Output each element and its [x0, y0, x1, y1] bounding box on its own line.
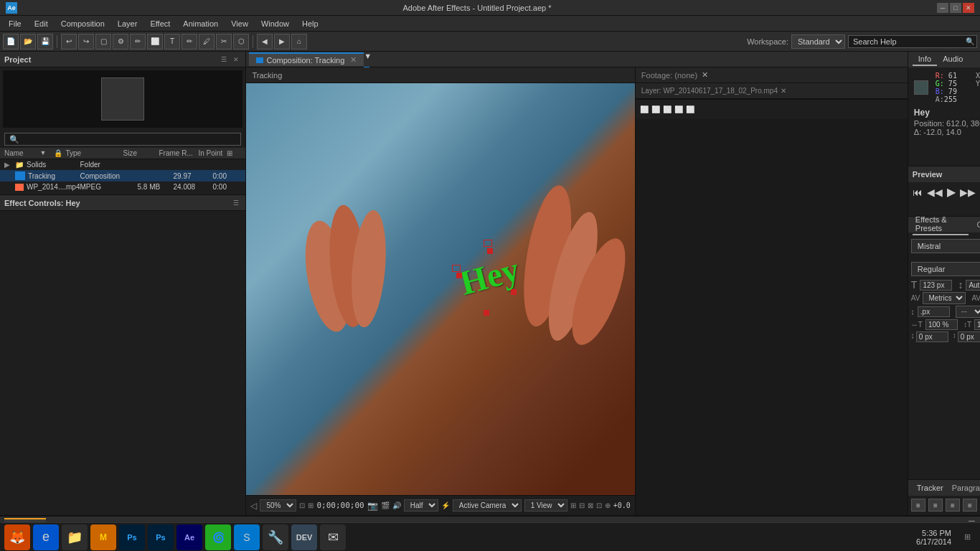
preview-next-frame[interactable]: ▶▶ — [960, 187, 976, 198]
taskbar-aftereffects[interactable]: Ae — [176, 524, 202, 550]
preview-prev-frame[interactable]: ◀◀ — [927, 187, 943, 198]
taskbar-ie[interactable]: e — [33, 524, 59, 550]
menu-effect[interactable]: Effect — [144, 16, 176, 31]
tool-b8[interactable]: ✂ — [216, 34, 232, 50]
tool-b3[interactable]: ✏ — [130, 34, 146, 50]
align-right-btn[interactable]: ≡ — [946, 499, 960, 512]
menu-composition[interactable]: Composition — [55, 16, 110, 31]
scale-v-icon: ↕T — [963, 321, 971, 329]
baseline-input[interactable] — [918, 306, 950, 317]
maximize-button[interactable]: □ — [950, 3, 961, 13]
tool-home[interactable]: ⌂ — [291, 34, 307, 50]
taskbar-files[interactable]: 📁 — [62, 524, 88, 550]
track-point-3 — [484, 310, 489, 316]
tracker-tab[interactable]: Tracker — [913, 482, 948, 494]
justify-left-btn[interactable]: ≡ — [963, 499, 977, 512]
system-tray[interactable]: ⊞ — [957, 524, 977, 550]
footage-tab-close[interactable]: ✕ — [702, 70, 708, 80]
align-left-btn[interactable]: ≡ — [911, 499, 925, 512]
tool-b5[interactable]: T — [164, 34, 180, 50]
preview-play[interactable]: ▶ — [947, 185, 956, 199]
taskbar-skype[interactable]: S — [234, 524, 260, 550]
kerning-select[interactable]: Metrics — [923, 292, 966, 304]
audio-icon[interactable]: 🔊 — [392, 501, 401, 509]
safe-zones-icon[interactable]: ⊟ — [579, 501, 585, 509]
quality-select[interactable]: Half — [404, 499, 438, 512]
scale-v-input[interactable] — [974, 319, 980, 330]
info-tab-audio[interactable]: Audio — [937, 53, 969, 66]
workspace-select[interactable]: Standard — [791, 34, 845, 49]
tool-nav-back[interactable]: ◀ — [257, 34, 273, 50]
tool-b9[interactable]: ⬡ — [233, 34, 249, 50]
character-tab[interactable]: Character — [974, 219, 980, 230]
fit-icon[interactable]: ⊡ — [299, 501, 305, 509]
tool-new[interactable]: 📄 — [3, 34, 19, 50]
comp-tab-arrow: ▼ — [364, 52, 369, 67]
effects-presets-panel: Effects & Presets Character ☰ Mistral ✏ — [908, 217, 980, 479]
project-row-solids[interactable]: ▶ 📁 Solids Folder — [0, 159, 245, 170]
project-panel-title: Project — [4, 55, 31, 64]
menu-file[interactable]: File — [3, 16, 27, 31]
taskbar-matlab[interactable]: M — [90, 524, 116, 550]
footage-tab[interactable]: Footage: (none) — [641, 71, 697, 80]
view-select[interactable]: 1 View — [524, 499, 567, 512]
project-row-tracking[interactable]: Tracking Composition 29.97 0:00 — [0, 170, 245, 182]
channel-icon[interactable]: ⊡ — [596, 501, 602, 509]
pixel-aspect-icon[interactable]: ⊞ — [308, 501, 314, 509]
ec-menu[interactable]: ☰ — [231, 199, 241, 207]
font-select[interactable]: Mistral — [911, 239, 980, 253]
leading-input[interactable] — [966, 280, 980, 291]
menu-layer[interactable]: Layer — [112, 16, 143, 31]
fast-preview-icon[interactable]: ⚡ — [441, 501, 450, 509]
preview-icon[interactable]: 🎬 — [381, 501, 390, 509]
tool-save[interactable]: 💾 — [37, 34, 53, 50]
frame-icon[interactable]: 📷 — [367, 501, 378, 511]
menu-edit[interactable]: Edit — [29, 16, 54, 31]
tool-redo[interactable]: ↪ — [78, 34, 94, 50]
zoom-select[interactable]: 50% — [260, 499, 296, 512]
grid-icon[interactable]: ⊠ — [588, 501, 593, 509]
menu-help[interactable]: Help — [296, 16, 324, 31]
minimize-button[interactable]: ─ — [937, 3, 948, 13]
project-row-video[interactable]: WP_2014....mp4 MPEG 5.8 MB 24.008 0:00 — [0, 182, 245, 192]
align-center-btn[interactable]: ≡ — [928, 499, 943, 512]
layer-tab-close[interactable]: ✕ — [781, 87, 786, 95]
menu-animation[interactable]: Animation — [177, 16, 224, 31]
taskbar-mail[interactable]: ✉ — [320, 524, 346, 550]
project-panel-menu[interactable]: ☰ — [219, 55, 229, 64]
tool-nav-fwd[interactable]: ▶ — [274, 34, 290, 50]
taskbar-firefox[interactable]: 🦊 — [4, 524, 30, 550]
align-input[interactable] — [916, 331, 948, 342]
camera-select[interactable]: Active Camera — [453, 499, 522, 512]
taskbar-utorrent[interactable]: 🌀 — [205, 524, 231, 550]
font-style-select[interactable]: Regular — [911, 262, 980, 276]
tool-b4[interactable]: ⬜ — [147, 34, 163, 50]
taskbar-photoshop2[interactable]: Ps — [148, 524, 174, 550]
preview-first-frame[interactable]: ⏮ — [913, 187, 923, 198]
project-search-input[interactable] — [4, 133, 241, 146]
scale-h-input[interactable] — [925, 319, 958, 330]
taskbar-dev[interactable]: DEV — [291, 524, 317, 550]
comp-tab-close[interactable]: ✕ — [350, 55, 357, 65]
search-input[interactable] — [848, 35, 977, 48]
tool-open[interactable]: 📂 — [20, 34, 36, 50]
tool-undo[interactable]: ↩ — [61, 34, 77, 50]
project-panel-close[interactable]: ✕ — [231, 55, 241, 64]
menu-view[interactable]: View — [225, 16, 254, 31]
comp-tab-tracking[interactable]: Composition: Tracking ✕ — [249, 52, 364, 66]
tool-b1[interactable]: ▢ — [95, 34, 111, 50]
dots-select[interactable]: ··· — [956, 306, 980, 318]
tool-b6[interactable]: ✏ — [182, 34, 197, 50]
paragraph-tab[interactable]: Paragraph — [948, 482, 980, 494]
view-layout-icon[interactable]: ⊞ — [570, 501, 576, 509]
taskbar-photoshop[interactable]: Ps — [119, 524, 145, 550]
close-button[interactable]: ✕ — [963, 3, 974, 13]
tool-b2[interactable]: ⚙ — [113, 34, 128, 50]
taskbar-tool1[interactable]: 🔧 — [263, 524, 288, 550]
tool-b7[interactable]: 🖊 — [199, 34, 215, 50]
menu-window[interactable]: Window — [255, 16, 295, 31]
exposure-icon[interactable]: ⊕ — [605, 501, 611, 509]
info-tab-info[interactable]: Info — [913, 53, 937, 66]
align2-input[interactable] — [958, 331, 980, 342]
font-size-input[interactable] — [920, 280, 952, 291]
